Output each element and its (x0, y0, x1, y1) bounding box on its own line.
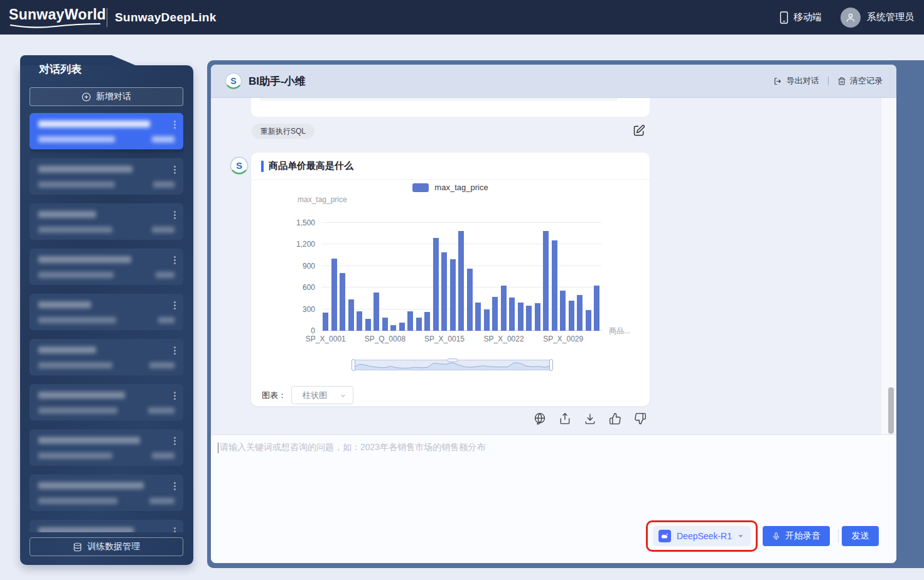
datazoom-left-handle[interactable] (352, 359, 355, 371)
conversation-item[interactable] (30, 113, 183, 149)
conversation-meta (38, 227, 175, 233)
conversation-date-redacted (38, 453, 112, 459)
send-button[interactable]: 发送 (842, 526, 879, 546)
conversation-item[interactable] (30, 158, 183, 195)
bar (424, 312, 430, 331)
bar (331, 259, 337, 331)
conversation-item[interactable] (30, 475, 183, 511)
conversation-title-redacted (38, 256, 131, 263)
chart-type-select[interactable]: 柱状图 (291, 386, 353, 404)
share-icon[interactable] (559, 412, 571, 425)
scrollbar-track[interactable] (881, 98, 896, 434)
conversation-date-redacted (38, 407, 117, 414)
user-name[interactable]: 系统管理员 (867, 11, 914, 23)
bar (492, 297, 498, 331)
y-axis-name: max_tag_price (298, 195, 347, 204)
x-axis-name: 商品... (609, 326, 630, 336)
download-icon[interactable] (584, 412, 596, 425)
header-separator (828, 77, 829, 85)
y-tick-label: 1,500 (296, 218, 315, 227)
bar (323, 313, 328, 331)
conversation-item[interactable] (30, 520, 183, 532)
conversation-meta (38, 362, 175, 368)
logo-wave-icon (10, 23, 100, 29)
y-tick-label: 600 (303, 283, 315, 292)
conversation-tag-redacted (156, 272, 175, 278)
x-tick-label: SP_X_0015 (424, 335, 465, 343)
more-options-icon[interactable] (174, 166, 176, 174)
more-options-icon[interactable] (174, 392, 176, 400)
thumbs-up-icon[interactable] (609, 412, 621, 425)
clear-history-button[interactable]: 清空记录 (837, 75, 883, 87)
trash-icon (837, 77, 846, 86)
new-conversation-button[interactable]: 新增对话 (30, 87, 183, 106)
conversation-item[interactable] (30, 339, 183, 375)
export-conversation-button[interactable]: 导出对话 (773, 75, 819, 87)
scrollbar-thumb[interactable] (888, 387, 894, 434)
bar (365, 319, 371, 331)
bar (399, 323, 405, 331)
conversation-title-redacted (38, 211, 96, 218)
conversation-item[interactable] (30, 429, 183, 466)
more-options-icon[interactable] (174, 211, 176, 219)
train-data-button[interactable]: 训练数据管理 (30, 537, 183, 556)
conversation-title-redacted (38, 346, 96, 353)
conversation-meta (38, 272, 175, 278)
more-options-icon[interactable] (174, 527, 176, 532)
database-icon (73, 542, 82, 552)
datazoom-right-handle[interactable] (549, 359, 553, 371)
conversation-item[interactable] (30, 249, 183, 285)
message-actions (534, 412, 647, 425)
chart-legend[interactable]: max_tag_price (251, 183, 650, 192)
datazoom-grip[interactable] (448, 358, 458, 362)
rerun-sql-button[interactable]: 重新执行SQL (252, 124, 314, 139)
bar (382, 318, 388, 331)
conversation-date-redacted (38, 317, 116, 323)
bar (560, 291, 566, 331)
x-tick-label: SP_X_0022 (484, 335, 524, 343)
start-recording-button[interactable]: 开始录音 (763, 526, 830, 546)
svg-text:S: S (230, 76, 236, 86)
conversation-title-redacted (38, 437, 140, 444)
conversation-title-redacted (38, 166, 132, 173)
bar (348, 299, 354, 331)
more-options-icon[interactable] (174, 121, 176, 129)
y-tick-label: 900 (303, 262, 315, 271)
deepseek-whale-icon (658, 530, 671, 542)
logo-divider (107, 8, 107, 27)
conversation-item[interactable] (30, 384, 183, 421)
chat-scroll-area[interactable]: goods_no; 重新执行SQL S 商品单价最高是什么 max_tag_pr… (211, 98, 896, 434)
mobile-link[interactable]: 移动端 (779, 11, 822, 24)
bar (357, 311, 362, 331)
model-selector[interactable]: DeepSeek-R1 (653, 526, 751, 546)
more-options-icon[interactable] (174, 256, 176, 264)
user-avatar[interactable] (841, 8, 861, 28)
more-options-icon[interactable] (174, 482, 176, 490)
datazoom-slider[interactable] (353, 360, 552, 370)
bar (518, 303, 524, 331)
conversation-item[interactable] (30, 203, 183, 240)
message-input-area[interactable]: 请输入关键词或想咨询的问题，如：2023年各销售市场的销售额分布 DeepSee… (211, 434, 896, 563)
more-options-icon[interactable] (174, 301, 176, 309)
thumbs-down-icon[interactable] (634, 412, 647, 425)
chat-header: S BI助手-小维 导出对话 清空记录 (211, 65, 896, 98)
logo: SunwayWorld (9, 5, 102, 30)
conversation-date-redacted (38, 272, 114, 278)
more-options-icon[interactable] (174, 437, 176, 445)
conversation-list (30, 113, 184, 532)
conversation-date-redacted (38, 181, 115, 188)
conversation-tag-redacted (153, 181, 175, 188)
conversation-item[interactable] (30, 294, 183, 330)
conversation-meta (38, 498, 175, 504)
edit-icon[interactable] (633, 124, 645, 137)
legend-swatch (412, 183, 429, 192)
y-tick-label: 300 (303, 305, 315, 314)
globe-icon[interactable] (534, 412, 546, 425)
sql-code-block: goods_no; (260, 98, 618, 101)
sql-message-card: goods_no; (251, 98, 650, 117)
bar (450, 259, 456, 331)
bar (577, 295, 583, 331)
conversation-date-redacted (38, 136, 115, 142)
logo-secondary-text: SunwayDeepLink (115, 11, 217, 24)
more-options-icon[interactable] (174, 346, 176, 355)
